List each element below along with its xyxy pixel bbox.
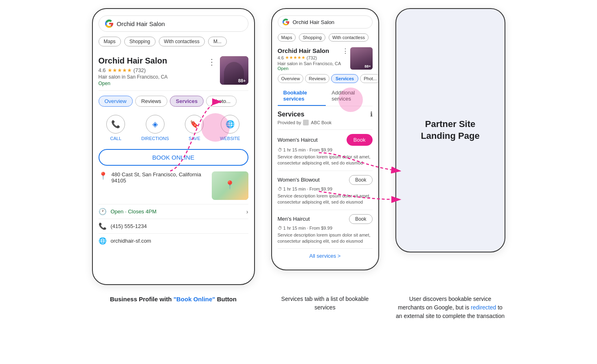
phone2-tab-photos[interactable]: Phot... <box>360 74 379 83</box>
phone1-save-btn[interactable]: 🔖 SAVE <box>185 115 204 141</box>
phone1-filter-chips: Maps Shopping With contactless M... <box>99 37 248 46</box>
phone2-service1-desc: Service description lorem ipsum dolor si… <box>278 154 373 167</box>
phone2-service-item-2: Women's Blowout Book ⏱ 1 hr 15 min · Fro… <box>278 171 373 210</box>
phone1-save-icon-circle: 🔖 <box>185 115 204 134</box>
phone2-services-provider: Provided by ABC Book <box>278 120 373 125</box>
phone1-content: Orchid Hair Salon Maps Shopping With con… <box>93 9 254 254</box>
phone2-services-info-icon[interactable]: ℹ <box>370 110 373 118</box>
phone2-bookable-tab[interactable]: Bookable services <box>278 86 326 106</box>
phone1-business-card: Orchid Hair Salon 4.6 ★★★★★ (732) Hair s… <box>99 52 248 91</box>
phone1-business-image: 88+ <box>220 56 248 85</box>
phone1-call-label: CALL <box>110 136 122 141</box>
chip-contactless[interactable]: With contactless <box>159 37 205 46</box>
chip-maps[interactable]: Maps <box>99 37 121 46</box>
phone1-business-info: Orchid Hair Salon 4.6 ★★★★★ (732) Hair s… <box>99 56 206 86</box>
phone2-biz-info: Orchid Hair Salon 4.6 ★★★★★ (732) Hair s… <box>278 47 341 71</box>
phone2-service1-duration: ⏱ 1 hr 15 min · From $9.99 <box>278 147 373 152</box>
phone1-hours-row: 🕐 Open · Closes 4PM › <box>99 204 248 219</box>
tab-overview[interactable]: Overview <box>99 96 133 107</box>
phone2-services-title: Services <box>278 111 305 118</box>
phone1-save-label: SAVE <box>189 136 200 141</box>
clock-icon-s2: ⏱ <box>278 186 282 191</box>
phone1-call-btn[interactable]: 📞 CALL <box>106 115 125 141</box>
phone2-service3-header: Men's Haircut Book <box>278 214 373 224</box>
caption-phone3-highlight: redirected <box>471 304 496 311</box>
phone1-book-online-btn[interactable]: BOOK ONLINE <box>99 149 248 166</box>
phone2-provided-by-text: Provided by <box>278 120 301 125</box>
phone2-image-count: 88+ <box>364 64 371 68</box>
phone1-action-buttons: 📞 CALL ◈ DIRECTIONS 🔖 SAV <box>99 112 248 144</box>
phone1-directions-btn[interactable]: ◈ DIRECTIONS <box>141 115 169 141</box>
caption-phone2-text: Services tab with a list of bookable ser… <box>271 295 379 312</box>
website-icon: 🌐 <box>226 120 235 129</box>
phone1-website-text: orchidhair-sf.com <box>111 238 151 244</box>
phone2-service1-book-btn[interactable]: Book <box>347 134 373 146</box>
phone2-open-status: Open <box>278 66 341 71</box>
phone3-wrapper: Partner SiteLanding Page <box>395 8 505 252</box>
phone2-all-services-btn[interactable]: All services > <box>278 248 373 263</box>
phone1-search-text: Orchid Hair Salon <box>117 20 165 27</box>
phone2-wrapper: Orchid Hair Salon Maps Shopping With con… <box>271 8 379 270</box>
phone2-rating: 4.6 <box>278 55 284 60</box>
phone1-business-type: Hair salon in San Francisco, CA <box>99 74 206 80</box>
phone2-services-tabs: Bookable services Additional services <box>278 86 373 106</box>
phone1-search-bar[interactable]: Orchid Hair Salon <box>99 15 248 32</box>
phone1-tabs-row: Overview Reviews Services Photo... <box>99 96 248 107</box>
phone2-image-area: ⋮ 88+ <box>342 47 373 70</box>
phone2-reviews: (732) <box>307 55 317 60</box>
clock-icon-s3: ⏱ <box>278 226 282 230</box>
phone1-more-icon[interactable]: ⋮ <box>208 57 216 67</box>
phone1-rating-row: 4.6 ★★★★★ (732) <box>99 67 206 73</box>
phone2-service-item-3: Men's Haircut Book ⏱ 1 hr 15 min · From … <box>278 210 373 249</box>
chip-shopping[interactable]: Shopping <box>124 37 156 46</box>
phone1-website-icon-circle: 🌐 <box>221 115 239 134</box>
phone2-biz-header: Orchid Hair Salon 4.6 ★★★★★ (732) Hair s… <box>278 47 373 71</box>
phone3-content: Partner SiteLanding Page <box>413 110 487 150</box>
phone2-filter-chips: Maps Shopping With contactless <box>278 33 373 42</box>
caption-phone1-highlight: "Book Online" <box>173 296 215 303</box>
phone2-more-icon[interactable]: ⋮ <box>342 47 349 55</box>
tab-reviews[interactable]: Reviews <box>135 96 167 107</box>
phone2-service2-book-btn[interactable]: Book <box>349 175 372 185</box>
phone1-phone-row: 📞 (415) 555-1234 <box>99 219 248 233</box>
tab-services[interactable]: Services <box>170 96 204 107</box>
phone1-reviews-count: (732) <box>134 67 146 73</box>
caption-phone1: Business Profile with "Book Online" Butt… <box>92 295 255 320</box>
call-icon: 📞 <box>111 120 120 129</box>
phone2-service3-name: Men's Haircut <box>278 216 310 222</box>
google-logo-icon <box>105 19 114 28</box>
phone2-search-bar[interactable]: Orchid Hair Salon <box>278 15 373 29</box>
phone2-business-image: 88+ <box>350 47 373 70</box>
globe-icon: 🌐 <box>99 237 107 245</box>
caption-phone1-suffix: Button <box>215 296 236 303</box>
phone2-additional-tab[interactable]: Additional services <box>326 86 372 106</box>
phone1-call-icon-circle: 📞 <box>106 115 125 134</box>
phone1-image-count: 88+ <box>238 78 246 83</box>
clock-icon-s1: ⏱ <box>278 147 282 152</box>
clock-icon: 🕐 <box>99 208 107 215</box>
phone2-google-logo-icon <box>282 18 290 26</box>
phone2-business-name: Orchid Hair Salon <box>278 47 341 54</box>
phone2-tab-reviews[interactable]: Reviews <box>305 74 329 83</box>
phone1-mockup: Orchid Hair Salon Maps Shopping With con… <box>92 8 255 285</box>
phone1-hours-text: Open · Closes 4PM <box>111 208 157 215</box>
phone1-stars: ★★★★★ <box>108 67 132 73</box>
directions-icon: ◈ <box>152 120 158 129</box>
phone1-address-content: 480 Cast St, San Francisco, California 9… <box>112 171 208 200</box>
phone1-address-text: 480 Cast St, San Francisco, California 9… <box>112 171 208 184</box>
phone2-chip-maps[interactable]: Maps <box>278 33 296 42</box>
tab-photos[interactable]: Photo... <box>206 96 237 107</box>
phone1-hours-chevron[interactable]: › <box>246 208 248 215</box>
phone2-tab-services[interactable]: Services <box>331 74 358 83</box>
phone1-directions-label: DIRECTIONS <box>141 136 169 141</box>
chip-more[interactable]: M... <box>208 37 227 46</box>
phone2-chip-shopping[interactable]: Shopping <box>299 33 325 42</box>
phone1-business-name: Orchid Hair Salon <box>99 56 206 66</box>
phone2-service3-book-btn[interactable]: Book <box>349 214 372 224</box>
phone2-tab-overview[interactable]: Overview <box>278 74 304 83</box>
phone2-chip-contactless[interactable]: With contactless <box>329 33 369 42</box>
phone2-service2-name: Women's Blowout <box>278 177 320 183</box>
phone2-service1-name: Women's Haircut <box>278 137 318 143</box>
phone1-website-btn[interactable]: 🌐 WEBSITE <box>220 115 240 141</box>
phone2-service1-header: Women's Haircut Book <box>278 134 373 146</box>
